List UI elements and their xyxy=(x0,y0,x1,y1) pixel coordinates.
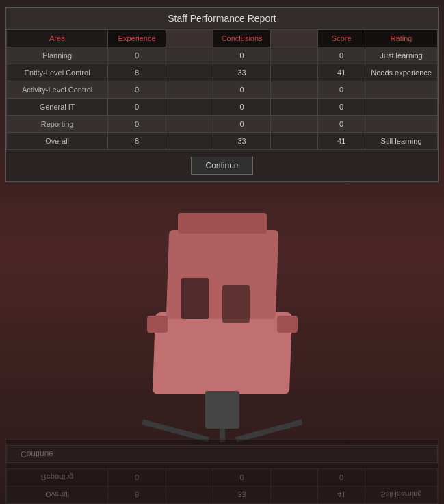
reflected-continue: Continue xyxy=(6,445,438,463)
ref-score: 0 xyxy=(318,469,365,486)
cell-experience: 8 xyxy=(108,64,166,81)
cell-blank2 xyxy=(271,64,318,81)
cell-rating xyxy=(365,81,438,99)
cell-experience: 0 xyxy=(108,116,166,133)
cell-experience: 8 xyxy=(108,133,166,150)
cell-blank2 xyxy=(271,99,318,116)
cell-area: Reporting xyxy=(7,116,108,133)
ref-area: Overall xyxy=(7,486,108,503)
cell-blank1 xyxy=(166,99,213,116)
table-row: Planning 0 0 0 Just learning xyxy=(7,47,438,64)
ref-exp: 8 xyxy=(108,486,166,503)
reflected-table: Overall 8 33 41 Still learning Reporting… xyxy=(6,468,438,503)
ref-blank2 xyxy=(271,469,318,486)
report-table: Area Experience Conclusions Score Rating… xyxy=(6,29,438,150)
cell-conclusions: 0 xyxy=(213,116,271,133)
cell-blank1 xyxy=(166,64,213,81)
continue-button[interactable]: Continue xyxy=(191,157,252,175)
header-rating: Rating xyxy=(365,30,438,47)
header-blank2 xyxy=(271,30,318,47)
ref-blank1 xyxy=(166,469,213,486)
cell-blank1 xyxy=(166,81,213,99)
cell-blank2 xyxy=(271,133,318,150)
cell-area: Entity-Level Control xyxy=(7,64,108,81)
report-panel: Staff Performance Report Area Experience… xyxy=(5,7,439,182)
header-conclusions: Conclusions xyxy=(213,30,271,47)
cell-score: 0 xyxy=(318,81,365,99)
cell-experience: 0 xyxy=(108,99,166,116)
cell-area: General IT xyxy=(7,99,108,116)
cell-rating xyxy=(365,99,438,116)
cell-score: 0 xyxy=(318,99,365,116)
cell-rating: Still learning xyxy=(365,133,438,150)
cell-score: 41 xyxy=(318,64,365,81)
header-experience: Experience xyxy=(108,30,166,47)
ref-conc: 33 xyxy=(213,486,271,503)
ref-exp: 0 xyxy=(108,469,166,486)
cell-area: Activity-Level Control xyxy=(7,81,108,99)
reflected-row: Reporting 0 0 0 xyxy=(7,469,438,486)
cell-conclusions: 33 xyxy=(213,133,271,150)
table-row: Reporting 0 0 0 xyxy=(7,116,438,133)
cell-blank2 xyxy=(271,116,318,133)
cell-conclusions: 0 xyxy=(213,47,271,64)
table-row: General IT 0 0 0 xyxy=(7,99,438,116)
cell-rating: Just learning xyxy=(365,47,438,64)
reflected-panel: Overall 8 33 41 Still learning Reporting… xyxy=(5,439,439,504)
reflected-row: Overall 8 33 41 Still learning xyxy=(7,486,438,503)
cell-conclusions: 33 xyxy=(213,64,271,81)
ref-score: 41 xyxy=(318,486,365,503)
ref-area: Reporting xyxy=(7,469,108,486)
panel-title: Staff Performance Report xyxy=(6,8,438,29)
ref-rating: Still learning xyxy=(365,486,438,503)
cell-rating xyxy=(365,116,438,133)
cell-experience: 0 xyxy=(108,47,166,64)
cell-blank2 xyxy=(271,81,318,99)
cell-area: Planning xyxy=(7,47,108,64)
cell-score: 0 xyxy=(318,116,365,133)
cell-area: Overall xyxy=(7,133,108,150)
cell-experience: 0 xyxy=(108,81,166,99)
header-blank1 xyxy=(166,30,213,47)
ref-rating xyxy=(365,469,438,486)
cell-blank2 xyxy=(271,47,318,64)
cell-rating: Needs experience xyxy=(365,64,438,81)
cell-conclusions: 0 xyxy=(213,99,271,116)
header-area: Area xyxy=(7,30,108,47)
cell-score: 41 xyxy=(318,133,365,150)
cell-blank1 xyxy=(166,133,213,150)
header-score: Score xyxy=(318,30,365,47)
ref-blank2 xyxy=(271,486,318,503)
table-row: Overall 8 33 41 Still learning xyxy=(7,133,438,150)
cell-score: 0 xyxy=(318,47,365,64)
table-row: Entity-Level Control 8 33 41 Needs exper… xyxy=(7,64,438,81)
ref-blank1 xyxy=(166,486,213,503)
table-row: Activity-Level Control 0 0 0 xyxy=(7,81,438,99)
cell-blank1 xyxy=(166,47,213,64)
cell-blank1 xyxy=(166,116,213,133)
cell-conclusions: 0 xyxy=(213,81,271,99)
ref-conc: 0 xyxy=(213,469,271,486)
